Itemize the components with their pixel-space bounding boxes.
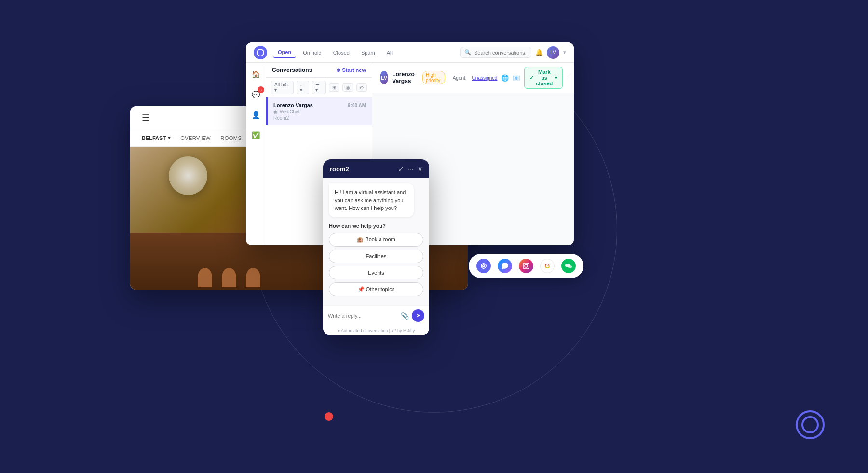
chat-footer-text: ● Automated conversation | ∨² by HiJiffy bbox=[338, 328, 415, 333]
tab-closed[interactable]: Closed bbox=[328, 48, 354, 57]
globe-icon: 🌐 bbox=[501, 74, 509, 82]
chat-question: How can we help you? bbox=[329, 223, 423, 229]
chat-badge: 3 bbox=[258, 86, 264, 93]
filter-sort[interactable]: ↓ ▾ bbox=[297, 81, 309, 94]
crm-conv-header: Conversations ⊕ Start new bbox=[266, 63, 372, 78]
chat-widget-header: room2 ⤢ ··· ∨ bbox=[323, 159, 429, 178]
priority-badge: High priority bbox=[422, 71, 445, 84]
crm-top-bar: Open On hold Closed Spam All 🔍 🔔 LV ▾ bbox=[246, 42, 574, 63]
conv-meta: ◉ WebChat bbox=[273, 109, 366, 114]
hamburger-icon[interactable]: ☰ bbox=[142, 112, 149, 123]
crm-logo-inner bbox=[257, 49, 264, 56]
channel-instagram-icon[interactable] bbox=[519, 259, 533, 273]
conversations-label: Conversations bbox=[272, 67, 312, 73]
svg-point-3 bbox=[525, 264, 528, 267]
conv-name-text: Lorenzo Vargas bbox=[273, 102, 313, 108]
chat-widget-body: Hi! I am a virtual assistant and you can… bbox=[323, 178, 429, 305]
user-avatar-small[interactable]: LV bbox=[547, 46, 559, 59]
webchat-icon: ◉ bbox=[273, 109, 278, 114]
conv-sub: Room2 bbox=[273, 115, 366, 121]
tab-all[interactable]: All bbox=[382, 48, 397, 57]
agent-name[interactable]: Unassigned bbox=[472, 75, 498, 81]
nav-rooms[interactable]: ROOMS bbox=[220, 135, 242, 141]
chat-send-button[interactable]: ➤ bbox=[412, 309, 424, 322]
chat-widget: room2 ⤢ ··· ∨ Hi! I am a virtual assista… bbox=[323, 159, 429, 335]
hotel-location[interactable]: BELFAST ▾ bbox=[142, 135, 171, 141]
contact-name: Lorenzo Vargas bbox=[392, 71, 419, 84]
chat-option-facilities[interactable]: Facilities bbox=[329, 250, 423, 263]
chat-red-dot-indicator bbox=[325, 412, 333, 421]
channel-messenger-icon[interactable] bbox=[498, 259, 512, 273]
crm-search[interactable]: 🔍 bbox=[460, 47, 531, 58]
chat-widget-title: room2 bbox=[330, 166, 349, 173]
contact-avatar: LV bbox=[380, 71, 388, 84]
search-input[interactable] bbox=[474, 50, 527, 56]
conversation-item[interactable]: Lorenzo Vargas 9:00 AM ◉ WebChat Room2 bbox=[266, 97, 372, 125]
sidebar-icon-chat[interactable]: 💬 3 bbox=[249, 88, 263, 101]
chat-input-row: 📎 ➤ bbox=[323, 305, 429, 326]
agent-label: Agent: bbox=[453, 75, 467, 81]
chevron-down-icon-user: ▾ bbox=[563, 49, 566, 56]
svg-point-4 bbox=[528, 264, 529, 265]
chat-widget-controls: ⤢ ··· ∨ bbox=[398, 165, 422, 173]
hijiffy-logo-large bbox=[796, 410, 829, 444]
start-new-btn[interactable]: ⊕ Start new bbox=[336, 67, 366, 73]
chat-option-other-topics[interactable]: 📌 Other topics bbox=[329, 282, 423, 296]
crm-icons-right: 🔔 LV ▾ bbox=[535, 46, 566, 59]
tab-open[interactable]: Open bbox=[273, 47, 296, 58]
channel-wechat-icon[interactable] bbox=[561, 259, 576, 273]
chevron-down-icon: ▾ bbox=[168, 135, 171, 141]
crm-action-btns: 🌐 📧 ✓ Mark as closed ▾ ⋮ bbox=[501, 67, 573, 89]
filter-circle[interactable]: ◎ bbox=[342, 83, 353, 92]
main-scene: ☰ room2 Book a room BELFAST ▾ OVERVIEW R… bbox=[0, 0, 868, 473]
hijiffy-logo-inner-ring bbox=[801, 416, 819, 433]
conv-time: 9:00 AM bbox=[348, 103, 366, 108]
expand-icon[interactable]: ⤢ bbox=[398, 165, 404, 173]
channel-google-icon[interactable]: G bbox=[540, 259, 555, 273]
chevron-down-icon-closed: ▾ bbox=[555, 75, 557, 81]
channels-bar: G bbox=[469, 254, 583, 278]
filter-all[interactable]: All 5/5 ▾ bbox=[271, 81, 294, 94]
more-icon-widget[interactable]: ··· bbox=[408, 165, 414, 173]
plus-icon: ⊕ bbox=[336, 67, 340, 73]
crm-logo bbox=[254, 46, 267, 59]
conv-name: Lorenzo Vargas 9:00 AM bbox=[273, 102, 366, 108]
sidebar-icon-users[interactable]: 👤 bbox=[249, 108, 263, 122]
svg-point-6 bbox=[568, 265, 572, 268]
svg-point-1 bbox=[483, 265, 485, 267]
crm-sidebar: 🏠 💬 3 👤 ✅ bbox=[246, 63, 266, 245]
filter-grid[interactable]: ⊞ bbox=[329, 83, 339, 92]
crm-chat-header: LV Lorenzo Vargas High priority Agent: U… bbox=[372, 63, 574, 93]
search-icon: 🔍 bbox=[464, 49, 471, 56]
mark-closed-button[interactable]: ✓ Mark as closed ▾ bbox=[524, 67, 563, 89]
chat-greeting-bubble: Hi! I am a virtual assistant and you can… bbox=[329, 183, 414, 217]
svg-point-0 bbox=[481, 264, 486, 268]
svg-rect-2 bbox=[523, 263, 529, 269]
chat-footer: ● Automated conversation | ∨² by HiJiffy bbox=[323, 326, 429, 335]
chat-option-events[interactable]: Events bbox=[329, 266, 423, 279]
filter-funnel[interactable]: ⊙ bbox=[356, 83, 367, 92]
mail-icon: 📧 bbox=[513, 74, 520, 82]
tab-spam[interactable]: Spam bbox=[356, 48, 380, 57]
nav-overview[interactable]: OVERVIEW bbox=[180, 135, 211, 141]
sidebar-icon-home[interactable]: 🏠 bbox=[249, 68, 263, 81]
conv-channel: WebChat bbox=[280, 109, 300, 114]
bell-icon[interactable]: 🔔 bbox=[535, 49, 543, 56]
close-icon-widget[interactable]: ∨ bbox=[418, 165, 422, 173]
chat-option-book[interactable]: 🏨 Book a room bbox=[329, 233, 423, 247]
greeting-text: Hi! I am a virtual assistant and you can… bbox=[335, 189, 406, 211]
more-icon[interactable]: ⋮ bbox=[567, 74, 573, 82]
location-text: BELFAST bbox=[142, 135, 166, 141]
filter-view[interactable]: ☰ ▾ bbox=[312, 81, 326, 94]
chat-reply-input[interactable] bbox=[328, 313, 398, 319]
attachment-icon[interactable]: 📎 bbox=[401, 312, 409, 320]
conv-sub-text: Room2 bbox=[273, 115, 289, 121]
crm-tabs: Open On hold Closed Spam All bbox=[273, 47, 397, 58]
start-new-label: Start new bbox=[342, 67, 366, 73]
channel-hijiffy-icon[interactable] bbox=[476, 259, 491, 273]
sidebar-icon-check[interactable]: ✅ bbox=[249, 128, 263, 142]
tab-onhold[interactable]: On hold bbox=[298, 48, 326, 57]
crm-filter-row: All 5/5 ▾ ↓ ▾ ☰ ▾ ⊞ ◎ ⊙ bbox=[266, 78, 372, 97]
mark-closed-label: Mark as closed bbox=[536, 69, 553, 86]
hijiffy-logo-ring bbox=[796, 410, 825, 439]
